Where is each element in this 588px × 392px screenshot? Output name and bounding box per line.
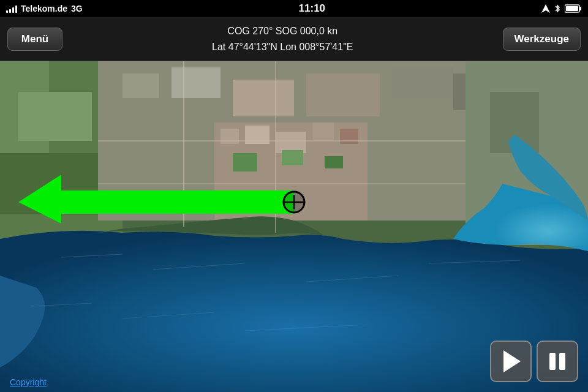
- svg-rect-3: [566, 6, 578, 11]
- nav-info: COG 270° SOG 000,0 kn Lat 47°44'13"N Lon…: [212, 23, 353, 55]
- signal-bar-4: [15, 6, 17, 13]
- svg-rect-2: [579, 7, 581, 10]
- svg-rect-18: [221, 129, 239, 144]
- pause-button[interactable]: [537, 341, 578, 382]
- status-bar: Telekom.de 3G 11:10: [0, 0, 588, 17]
- copyright-label[interactable]: Copyright: [10, 377, 47, 387]
- status-left: Telekom.de 3G: [6, 4, 83, 13]
- pause-bar-left: [549, 353, 556, 370]
- signal-bar-3: [12, 7, 14, 13]
- svg-rect-11: [123, 74, 159, 98]
- svg-marker-0: [541, 4, 550, 13]
- battery-icon: [565, 4, 582, 13]
- svg-rect-24: [282, 150, 303, 165]
- svg-rect-25: [325, 156, 343, 168]
- nav-bar: Menü COG 270° SOG 000,0 kn Lat 47°44'13"…: [0, 17, 588, 61]
- menu-button[interactable]: Menü: [7, 28, 62, 51]
- svg-rect-14: [306, 74, 380, 116]
- svg-rect-13: [233, 80, 294, 116]
- carrier-label: Telekom.de: [21, 4, 67, 13]
- bluetooth-icon: [554, 4, 561, 13]
- status-right: [541, 4, 582, 13]
- tools-button[interactable]: Werkzeuge: [503, 28, 581, 51]
- svg-rect-7: [18, 92, 92, 141]
- svg-rect-21: [312, 123, 334, 140]
- svg-rect-15: [392, 67, 453, 98]
- svg-rect-23: [233, 153, 257, 172]
- navigation-icon: [541, 4, 550, 13]
- status-time: 11:10: [299, 2, 325, 15]
- cog-sog-display: COG 270° SOG 000,0 kn: [212, 23, 353, 39]
- svg-rect-12: [172, 67, 221, 98]
- lat-lon-display: Lat 47°44'13"N Lon 008°57'41"E: [212, 39, 353, 55]
- bottom-controls: [490, 341, 578, 382]
- svg-rect-20: [276, 132, 306, 153]
- network-type: 3G: [71, 4, 83, 13]
- signal-bar-2: [9, 9, 11, 13]
- pause-icon: [549, 353, 565, 370]
- svg-rect-39: [61, 190, 294, 214]
- signal-bar-1: [6, 10, 8, 13]
- pause-bar-right: [559, 353, 565, 370]
- play-icon: [503, 350, 521, 372]
- signal-bars: [6, 4, 17, 13]
- play-button[interactable]: [490, 341, 532, 382]
- svg-rect-22: [340, 129, 358, 144]
